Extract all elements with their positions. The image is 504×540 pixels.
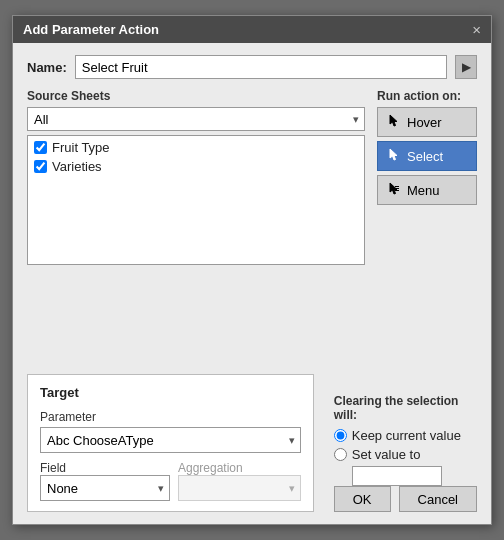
source-dropdown-wrapper: All [27, 107, 365, 131]
target-title: Target [40, 385, 301, 400]
cancel-button[interactable]: Cancel [399, 486, 477, 512]
target-box: Target Parameter Abc ChooseAType Field A… [27, 374, 314, 512]
agg-label: Aggregation [178, 461, 301, 475]
param-label: Parameter [40, 410, 301, 424]
dialog-body: Name: ▶ Source Sheets All Fruit Type [13, 43, 491, 374]
add-parameter-action-dialog: Add Parameter Action × Name: ▶ Source Sh… [12, 15, 492, 525]
source-sheets-label: Source Sheets [27, 89, 365, 103]
name-input[interactable] [75, 55, 447, 79]
select-button[interactable]: Select [377, 141, 477, 171]
source-sheets-section: Source Sheets All Fruit Type Varieties [27, 89, 365, 265]
select-icon [386, 147, 402, 166]
menu-label: Menu [407, 183, 440, 198]
source-sheets-dropdown[interactable]: All [27, 107, 365, 131]
keep-value-row: Keep current value [334, 428, 477, 443]
run-action-label: Run action on: [377, 89, 477, 103]
sheet-checkbox-varieties[interactable] [34, 160, 47, 173]
dialog-title: Add Parameter Action [23, 22, 159, 37]
agg-dropdown-wrapper [178, 475, 301, 501]
name-row: Name: ▶ [27, 55, 477, 79]
close-button[interactable]: × [472, 22, 481, 37]
svg-rect-1 [395, 188, 399, 189]
sheet-checkbox-fruit-type[interactable] [34, 141, 47, 154]
main-section: Source Sheets All Fruit Type Varieties [27, 89, 477, 265]
param-section: Parameter Abc ChooseAType [40, 410, 301, 453]
menu-button[interactable]: Menu [377, 175, 477, 205]
set-value-row: Set value to [334, 447, 477, 462]
run-action-section: Run action on: Hover Select [377, 89, 477, 265]
hover-button[interactable]: Hover [377, 107, 477, 137]
field-dropdown[interactable]: None [40, 475, 170, 501]
title-bar: Add Parameter Action × [13, 16, 491, 43]
set-value-input[interactable] [352, 466, 442, 486]
svg-rect-0 [395, 186, 399, 187]
param-dropdown-wrapper: Abc ChooseAType [40, 427, 301, 453]
keep-value-label: Keep current value [352, 428, 461, 443]
right-section: Clearing the selection will: Keep curren… [324, 374, 477, 512]
sheet-item-varieties[interactable]: Varieties [34, 159, 358, 174]
name-label: Name: [27, 60, 67, 75]
ok-cancel-row: OK Cancel [334, 486, 477, 512]
field-agg-labels: Field Aggregation [40, 461, 301, 475]
field-agg-section: Field Aggregation None [40, 461, 301, 501]
clearing-label: Clearing the selection will: [334, 394, 477, 422]
set-value-radio[interactable] [334, 448, 347, 461]
svg-rect-2 [395, 190, 399, 191]
param-dropdown[interactable]: Abc ChooseAType [40, 427, 301, 453]
select-label: Select [407, 149, 443, 164]
sheets-list: Fruit Type Varieties [27, 135, 365, 265]
ok-button[interactable]: OK [334, 486, 391, 512]
keep-value-radio[interactable] [334, 429, 347, 442]
sheet-label-fruit-type: Fruit Type [52, 140, 110, 155]
field-agg-row: None [40, 475, 301, 501]
sheet-item-fruit-type[interactable]: Fruit Type [34, 140, 358, 155]
sheet-label-varieties: Varieties [52, 159, 102, 174]
hover-label: Hover [407, 115, 442, 130]
hover-icon [386, 113, 402, 132]
name-arrow-button[interactable]: ▶ [455, 55, 477, 79]
field-label: Field [40, 461, 170, 475]
field-dropdown-wrapper: None [40, 475, 170, 501]
lower-section: Target Parameter Abc ChooseAType Field A… [13, 374, 491, 524]
agg-dropdown[interactable] [178, 475, 301, 501]
set-value-label: Set value to [352, 447, 421, 462]
menu-icon [386, 181, 402, 200]
